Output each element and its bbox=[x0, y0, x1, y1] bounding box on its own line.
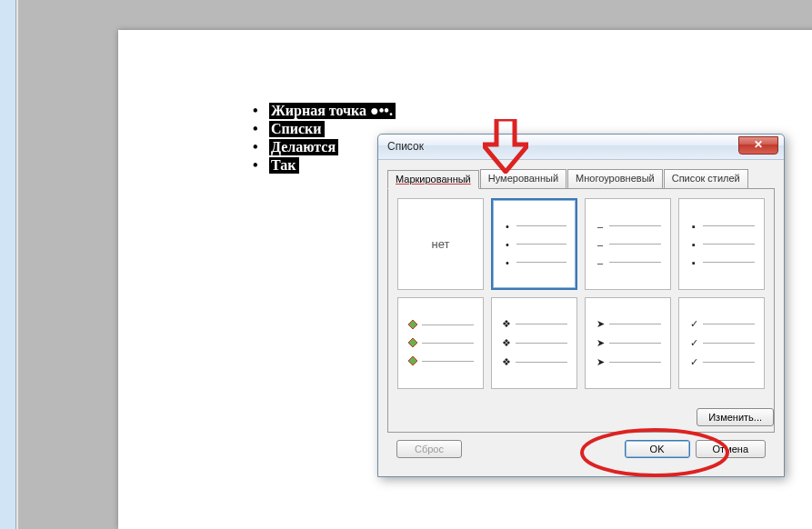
app-left-strip bbox=[0, 0, 16, 529]
bulleted-list[interactable]: Жирная точка ●••. Списки Делаются Так bbox=[253, 103, 396, 175]
tab-multilevel[interactable]: Многоуровневый bbox=[567, 169, 663, 188]
dash-icon: – bbox=[595, 221, 606, 232]
none-label: нет bbox=[432, 237, 450, 251]
annotation-arrow-icon bbox=[483, 119, 528, 174]
list-item-text: Так bbox=[269, 157, 299, 174]
ok-button[interactable]: OK bbox=[625, 440, 690, 458]
dialog-tabs: Маркированный Нумерованный Многоуровневы… bbox=[387, 169, 775, 189]
close-icon: ✕ bbox=[754, 138, 763, 151]
list-dialog: Список ✕ Маркированный Нумерованный Мног… bbox=[377, 134, 785, 477]
bullet-option-disc[interactable]: • • • bbox=[491, 198, 577, 290]
modify-button[interactable]: Изменить... bbox=[697, 408, 774, 426]
bullet-panel: нет • • • – – – ▪ ▪ ▪ bbox=[387, 189, 775, 433]
diamond-icon: ❖ bbox=[501, 318, 512, 330]
tab-bulleted[interactable]: Маркированный bbox=[387, 170, 479, 189]
reset-button[interactable]: Сброс bbox=[396, 440, 462, 458]
bullet-icon: • bbox=[502, 221, 513, 232]
bullet-grid: нет • • • – – – ▪ ▪ ▪ bbox=[397, 198, 765, 389]
bullet-option-color-diamond[interactable] bbox=[397, 297, 484, 389]
list-item[interactable]: Так bbox=[253, 157, 396, 174]
bullet-option-check[interactable]: ✓ ✓ ✓ bbox=[678, 297, 765, 389]
tab-list-styles[interactable]: Список стилей bbox=[664, 169, 748, 188]
dialog-title: Список bbox=[387, 140, 424, 153]
square-icon: ▪ bbox=[688, 221, 699, 232]
bullet-option-diamond[interactable]: ❖ ❖ ❖ bbox=[491, 297, 577, 389]
list-item[interactable]: Списки bbox=[253, 121, 396, 137]
bullet-option-none[interactable]: нет bbox=[397, 198, 484, 290]
dialog-titlebar[interactable]: Список ✕ bbox=[378, 135, 784, 160]
list-item[interactable]: Делаются bbox=[253, 139, 396, 155]
list-item-text: Списки bbox=[269, 121, 325, 137]
arrowhead-icon: ➤ bbox=[595, 318, 606, 330]
bullet-option-dash[interactable]: – – – bbox=[585, 198, 671, 290]
close-button[interactable]: ✕ bbox=[738, 136, 778, 155]
dialog-button-row: Сброс OK Отмена bbox=[396, 440, 766, 458]
check-icon: ✓ bbox=[688, 318, 699, 330]
bullet-option-square[interactable]: ▪ ▪ ▪ bbox=[678, 198, 765, 290]
color-diamond-icon bbox=[407, 320, 418, 331]
list-item-text: Делаются bbox=[269, 139, 338, 155]
bullet-option-arrow[interactable]: ➤ ➤ ➤ bbox=[585, 297, 671, 389]
cancel-button[interactable]: Отмена bbox=[696, 440, 766, 458]
list-item[interactable]: Жирная точка ●••. bbox=[253, 103, 396, 119]
list-item-text: Жирная точка ●••. bbox=[269, 103, 396, 119]
